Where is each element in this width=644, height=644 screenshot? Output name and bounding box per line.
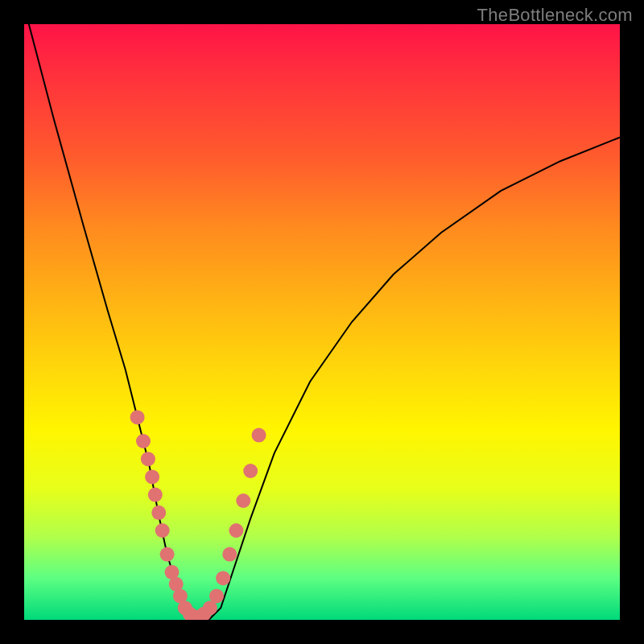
sample-dot [236, 493, 250, 508]
bottleneck-curve [24, 24, 620, 620]
chart-frame: TheBottleneck.com [0, 0, 644, 644]
sample-dot [130, 410, 145, 424]
chart-svg [24, 24, 620, 620]
watermark-text: TheBottleneck.com [477, 5, 633, 26]
sample-dot [148, 488, 163, 502]
sample-dot [252, 428, 266, 443]
sample-dot [209, 588, 224, 603]
sample-dot [145, 469, 159, 484]
plot-area [24, 24, 620, 620]
sample-dot [160, 547, 175, 562]
sample-dot [155, 523, 170, 538]
sample-dot [151, 506, 166, 520]
sample-dot [222, 547, 237, 562]
sample-dot [216, 571, 230, 585]
sample-dot [141, 452, 155, 466]
sample-dots-group [130, 410, 266, 620]
sample-dot [243, 464, 258, 478]
sample-dot [136, 434, 151, 448]
sample-dot [229, 523, 243, 538]
